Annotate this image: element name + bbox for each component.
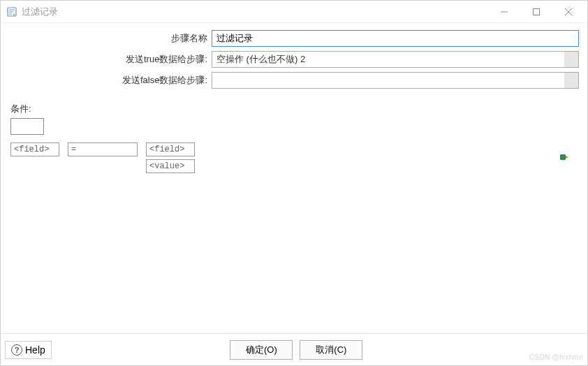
condition-right-value[interactable]: <value> [146, 159, 195, 173]
minimize-button[interactable] [488, 1, 520, 22]
help-icon: ? [11, 344, 22, 356]
window-title: 过滤记录 [22, 6, 58, 18]
condition-left-field[interactable]: <field> [10, 142, 59, 156]
dialog-window: 过滤记录 步骤名称 发送true数据给步骤: 空操作 (什么也不做) 2 [0, 0, 588, 366]
condition-root-box[interactable] [10, 118, 44, 135]
step-name-row: 步骤名称 [9, 30, 579, 47]
window-controls [488, 1, 585, 22]
send-true-value: 空操作 (什么也不做) 2 [212, 52, 564, 67]
maximize-button[interactable] [520, 1, 552, 22]
watermark: CSDN @fxxhmn [529, 353, 583, 361]
titlebar: 过滤记录 [1, 1, 587, 23]
send-false-value [212, 73, 564, 88]
dropdown-icon [564, 73, 578, 88]
ok-button[interactable]: 确定(O) [230, 340, 293, 360]
step-name-input[interactable] [212, 30, 579, 47]
footer: ? Help 确定(O) 取消(C) [1, 333, 587, 365]
app-icon [6, 6, 17, 17]
send-true-row: 发送true数据给步骤: 空操作 (什么也不做) 2 [9, 51, 579, 68]
step-name-label: 步骤名称 [9, 32, 212, 45]
help-button[interactable]: ? Help [5, 341, 52, 359]
svg-rect-2 [560, 154, 566, 160]
send-true-label: 发送true数据给步骤: [9, 53, 212, 66]
condition-area: 条件: <field> = <field> <value> [9, 103, 579, 173]
condition-expression-row: <field> = <field> <value> [10, 142, 579, 173]
get-fields-icon[interactable] [559, 152, 569, 162]
close-button[interactable] [552, 1, 585, 22]
send-false-label: 发送false数据给步骤: [9, 74, 212, 87]
action-buttons: 确定(O) 取消(C) [230, 340, 362, 360]
send-false-row: 发送false数据给步骤: [9, 72, 579, 89]
condition-right-column: <field> <value> [146, 142, 195, 173]
help-label: Help [25, 344, 45, 356]
content-area: 步骤名称 发送true数据给步骤: 空操作 (什么也不做) 2 发送false数… [1, 23, 587, 333]
condition-label: 条件: [9, 103, 579, 115]
svg-rect-1 [534, 8, 540, 15]
cancel-button[interactable]: 取消(C) [300, 340, 362, 360]
condition-operator[interactable]: = [68, 142, 138, 156]
send-false-select[interactable] [212, 72, 579, 89]
condition-right-field[interactable]: <field> [146, 142, 195, 156]
dropdown-icon [564, 52, 578, 67]
send-true-select[interactable]: 空操作 (什么也不做) 2 [212, 51, 579, 68]
